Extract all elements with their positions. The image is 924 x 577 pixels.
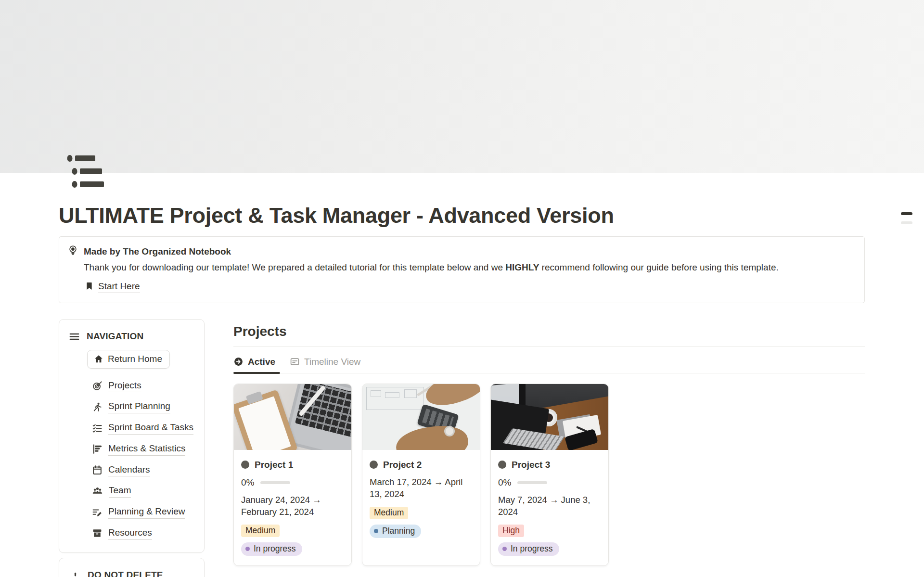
navigation-header: NAVIGATION — [87, 331, 143, 342]
sidebar-item-calendars[interactable]: Calendars — [92, 464, 194, 477]
timeline-board-icon — [290, 357, 300, 367]
projects-view-tabs: Active Timeline View — [233, 346, 865, 373]
project-dates: January 24, 2024 → February 21, 2024 — [241, 494, 344, 518]
task-list-icon — [92, 423, 103, 434]
page-title: ULTIMATE Project & Task Manager - Advanc… — [59, 204, 865, 228]
status-dot-icon — [374, 529, 378, 533]
edit-list-icon — [92, 507, 103, 518]
sidebar-item-metrics-statistics[interactable]: Metrics & Statistics — [92, 443, 194, 456]
priority-tag: High — [498, 525, 524, 537]
page-cover-image — [0, 0, 924, 173]
target-icon — [92, 381, 103, 391]
start-here-link[interactable]: Start Here — [85, 281, 140, 293]
project-card-2[interactable]: Project 2 March 17, 2024 → April 13, 202… — [362, 384, 480, 566]
made-by-callout: Made by The Organized Notebook Thank you… — [59, 236, 865, 303]
project-2-cover-image — [362, 384, 480, 450]
callout-body-text: Thank you for downloading our template! … — [84, 261, 852, 274]
project-name: Project 3 — [512, 460, 550, 470]
navigation-links: Projects Sprint Planning — [92, 380, 194, 540]
project-name: Project 2 — [383, 460, 422, 470]
sidebar-item-team[interactable]: Team — [92, 485, 194, 498]
page-outline-indicator[interactable] — [901, 212, 913, 224]
sidebar-item-sprint-planning[interactable]: Sprint Planning — [92, 400, 194, 413]
runner-icon — [92, 402, 103, 412]
sidebar-column: NAVIGATION Return Home — [59, 319, 205, 577]
project-status-dot-icon — [370, 461, 378, 469]
callout-author-line: Made by The Organized Notebook — [84, 245, 231, 258]
lightbulb-icon — [67, 245, 79, 258]
tab-active[interactable]: Active — [233, 357, 275, 373]
project-card-3[interactable]: Project 3 0% May 7, 2024 → June 3, 2024 … — [490, 384, 609, 566]
outline-dash-current — [901, 212, 912, 215]
home-icon — [94, 354, 103, 364]
projects-heading: Projects — [233, 319, 865, 339]
calendar-icon — [92, 465, 103, 475]
outline-dash-section — [901, 221, 912, 224]
sidebar-item-sprint-board-tasks[interactable]: Sprint Board & Tasks — [92, 422, 194, 435]
exclamation-icon — [72, 570, 79, 577]
project-1-cover-image — [234, 384, 351, 450]
project-status-dot-icon — [498, 461, 506, 469]
project-card-gallery: Project 1 0% January 24, 2024 → February… — [233, 384, 865, 566]
status-dot-icon — [245, 547, 250, 551]
do-not-delete-panel: DO NOT DELETE DATABASES — [59, 558, 205, 577]
start-here-label: Start Here — [98, 281, 140, 293]
progress-value: 0% — [241, 477, 254, 488]
status-pill: In progress — [241, 542, 302, 556]
people-icon — [92, 486, 103, 497]
sidebar-item-resources[interactable]: Resources — [92, 527, 194, 540]
status-pill: Planning — [370, 525, 421, 538]
status-pill: In progress — [498, 542, 559, 556]
project-status-dot-icon — [241, 461, 249, 469]
progress-value: 0% — [498, 477, 511, 488]
projects-section: Projects Active — [233, 319, 865, 566]
progress-bar — [260, 481, 290, 484]
tab-timeline-view[interactable]: Timeline View — [290, 357, 360, 373]
return-home-button[interactable]: Return Home — [87, 350, 170, 369]
project-name: Project 1 — [255, 460, 293, 470]
progress-bar — [517, 481, 547, 484]
project-3-cover-image — [491, 384, 608, 450]
hamburger-menu-icon — [69, 331, 80, 342]
do-not-delete-header: DO NOT DELETE — [88, 570, 163, 577]
status-dot-icon — [502, 547, 507, 551]
bookmark-icon — [85, 281, 94, 293]
project-dates: March 17, 2024 → April 13, 2024 — [370, 476, 473, 500]
return-home-label: Return Home — [108, 354, 162, 364]
archive-icon — [92, 528, 103, 539]
bar-chart-icon — [92, 444, 103, 454]
project-card-1[interactable]: Project 1 0% January 24, 2024 → February… — [233, 384, 352, 566]
arrow-circle-icon — [233, 357, 244, 367]
project-dates: May 7, 2024 → June 3, 2024 — [498, 494, 601, 518]
sidebar-item-planning-review[interactable]: Planning & Review — [92, 506, 194, 519]
priority-tag: Medium — [241, 525, 280, 537]
sidebar-item-projects[interactable]: Projects — [92, 380, 194, 393]
priority-tag: Medium — [370, 507, 408, 519]
navigation-panel: NAVIGATION Return Home — [59, 319, 205, 553]
